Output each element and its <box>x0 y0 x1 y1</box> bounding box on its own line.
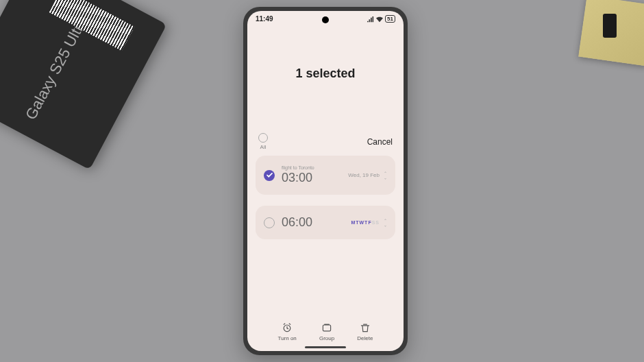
alarm-item[interactable]: 06:00 MTWTFSS ⌃⌃ <box>256 206 395 239</box>
svg-rect-2 <box>324 324 330 325</box>
delete-button[interactable]: Delete <box>357 322 373 341</box>
trash-icon <box>360 322 371 333</box>
select-all-label: All <box>260 144 267 150</box>
camera-hole <box>322 16 329 23</box>
alarm-time: 03:00 <box>282 171 341 185</box>
expand-icon[interactable]: ⌃⌃ <box>384 219 387 226</box>
alarm-item[interactable]: flight to Toronto 03:00 Wed, 19 Feb ⌃⌃ <box>256 156 395 195</box>
select-all-button[interactable]: All <box>258 133 268 150</box>
background-clip <box>603 14 617 38</box>
cancel-button[interactable]: Cancel <box>367 137 393 147</box>
alarm-date: Wed, 19 Feb <box>348 172 380 178</box>
phone-screen: 11:49 51 1 selected All Cancel <box>247 11 404 351</box>
alarm-time: 06:00 <box>282 215 344 230</box>
page-title: 1 selected <box>247 67 404 81</box>
action-label: Turn on <box>278 335 297 341</box>
wifi-icon <box>376 16 383 22</box>
group-icon <box>321 322 332 333</box>
turn-on-button[interactable]: Turn on <box>278 322 297 341</box>
product-box: Galaxy S25 Ultra <box>0 0 166 170</box>
alarm-content: 06:00 <box>282 215 344 230</box>
signal-icon <box>367 16 374 22</box>
battery-icon: 51 <box>385 15 395 23</box>
select-all-checkbox[interactable] <box>258 133 268 143</box>
alarm-checkbox-checked[interactable] <box>264 170 275 181</box>
action-label: Group <box>319 335 334 341</box>
action-label: Delete <box>357 335 373 341</box>
header-row: All Cancel <box>247 133 404 150</box>
alarm-days: MTWTFSS <box>351 220 380 225</box>
phone-device: 11:49 51 1 selected All Cancel <box>243 7 408 355</box>
bottom-action-bar: Turn on Group Delete <box>247 322 404 341</box>
alarm-label: flight to Toronto <box>282 165 341 170</box>
alarm-icon <box>282 322 293 333</box>
gesture-bar[interactable] <box>305 346 346 348</box>
alarm-meta: Wed, 19 Feb ⌃⌃ <box>348 172 387 179</box>
svg-rect-1 <box>323 325 330 331</box>
status-icons: 51 <box>367 15 395 23</box>
alarm-checkbox-unchecked[interactable] <box>264 217 275 228</box>
expand-icon[interactable]: ⌃⌃ <box>384 172 387 179</box>
status-time: 11:49 <box>256 15 273 23</box>
group-button[interactable]: Group <box>319 322 334 341</box>
alarm-content: flight to Toronto 03:00 <box>282 165 341 185</box>
product-name: Galaxy S25 Ultra <box>22 14 91 123</box>
alarm-meta: MTWTFSS ⌃⌃ <box>351 219 387 226</box>
